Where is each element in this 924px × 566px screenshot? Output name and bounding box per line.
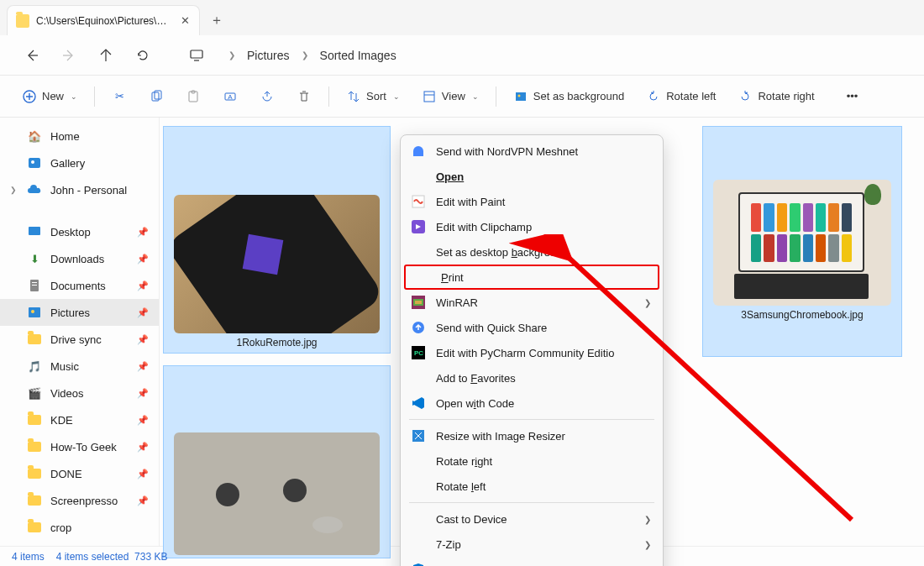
label: Print — [441, 271, 646, 284]
share-icon — [260, 89, 275, 104]
pin-icon: 📌 — [137, 442, 149, 453]
ctx-rotate-right[interactable]: Rotate right — [401, 448, 663, 474]
sidebar-item-music[interactable]: 🎵Music📌 — [0, 353, 159, 380]
active-tab[interactable]: C:\Users\Equinox\Pictures\Sor ✕ — [7, 5, 200, 35]
copy-button[interactable] — [140, 83, 172, 110]
ctx-7zip[interactable]: 7-Zip❯ — [401, 532, 663, 557]
forward-button[interactable] — [54, 40, 84, 71]
pin-icon: 📌 — [137, 361, 149, 372]
rename-button[interactable]: A — [214, 83, 246, 110]
label: Rotate left — [436, 480, 651, 493]
video-icon: 🎬 — [27, 385, 42, 401]
desktop-icon — [27, 224, 42, 239]
view-icon — [422, 89, 437, 104]
label: Edit with PyCharm Community Editio — [436, 347, 651, 359]
label: Send with Quick Share — [436, 322, 651, 334]
label: WinRAR — [436, 296, 634, 309]
sidebar-item-downloads[interactable]: ⬇Downloads📌 — [0, 245, 159, 272]
file-thumbnail-2[interactable] — [163, 365, 391, 558]
refresh-button[interactable] — [128, 40, 158, 71]
breadcrumb: ❯ Pictures ❯ Sorted Images — [228, 49, 396, 62]
ctx-vscode[interactable]: Open with Code — [401, 390, 663, 416]
delete-button[interactable] — [288, 83, 320, 110]
sidebar-item-done[interactable]: DONE📌 — [0, 460, 159, 487]
label: Documents — [50, 280, 106, 292]
ctx-resize[interactable]: Resize with Image Resizer — [401, 423, 663, 448]
pc-icon[interactable] — [181, 40, 212, 71]
label: Downloads — [50, 253, 104, 265]
sidebar: 🏠Home Gallery ❯John - Personal Desktop📌 … — [0, 118, 160, 546]
chevron-right-icon: ❯ — [228, 50, 235, 60]
label: John - Personal — [50, 184, 127, 197]
more-button[interactable]: ••• — [838, 83, 867, 110]
ctx-pycharm[interactable]: PCEdit with PyCharm Community Editio — [401, 340, 663, 365]
separator — [409, 502, 654, 503]
ctx-paint[interactable]: Edit with Paint — [401, 189, 663, 214]
back-button[interactable] — [17, 40, 47, 71]
rotate-right-icon — [738, 89, 753, 104]
ctx-defender[interactable]: Scan with Microsoft Defender... — [401, 557, 663, 566]
image-preview — [174, 432, 380, 555]
ctx-cast[interactable]: Cast to Device❯ — [401, 506, 663, 532]
rename-icon: A — [223, 89, 238, 104]
quickshare-icon — [411, 320, 426, 335]
chevron-right-icon: ❯ — [644, 298, 651, 307]
clipboard-icon — [186, 89, 201, 104]
close-icon[interactable]: ✕ — [179, 15, 191, 27]
label: Open — [436, 170, 651, 183]
rotate-right-button[interactable]: Rotate right — [729, 83, 822, 110]
sidebar-item-kde[interactable]: KDE📌 — [0, 406, 159, 433]
ctx-set-background[interactable]: Set as desktop background — [401, 239, 663, 265]
ctx-print[interactable]: Print — [404, 265, 659, 290]
set-background-button[interactable]: Set as background — [505, 83, 633, 110]
pin-icon: 📌 — [137, 280, 149, 291]
sidebar-item-onedrive[interactable]: ❯John - Personal — [0, 176, 159, 203]
rotr-label: Rotate right — [758, 90, 814, 102]
rotate-left-button[interactable]: Rotate left — [638, 83, 724, 110]
file-thumbnail-roku[interactable]: 1RokuRemote.jpg — [163, 126, 391, 354]
sidebar-item-desktop[interactable]: Desktop📌 — [0, 218, 159, 245]
sort-label: Sort — [366, 90, 386, 102]
crumb-pictures[interactable]: Pictures — [247, 49, 290, 62]
folder-icon — [27, 466, 42, 481]
label: How-To Geek — [50, 441, 117, 453]
new-button[interactable]: New⌄ — [13, 83, 86, 110]
view-button[interactable]: View⌄ — [413, 83, 487, 110]
sidebar-item-drivesync[interactable]: Drive sync📌 — [0, 326, 159, 353]
ctx-open[interactable]: Open — [401, 164, 663, 189]
sidebar-item-videos[interactable]: 🎬Videos📌 — [0, 380, 159, 406]
ctx-clipchamp[interactable]: Edit with Clipchamp — [401, 214, 663, 239]
sidebar-item-screenpresso[interactable]: Screenpresso📌 — [0, 487, 159, 514]
shield-icon — [411, 562, 426, 566]
ctx-winrar[interactable]: WinRAR❯ — [401, 290, 663, 315]
file-thumbnail-samsung[interactable]: 3SamsungChromebook.jpg — [702, 126, 902, 357]
sidebar-item-crop[interactable]: crop — [0, 514, 159, 541]
ctx-nordvpn[interactable]: Send with NordVPN Meshnet — [401, 139, 663, 164]
rotl-label: Rotate left — [666, 90, 716, 102]
share-button[interactable] — [251, 83, 283, 110]
sidebar-item-home[interactable]: 🏠Home — [0, 123, 159, 149]
sidebar-item-htg[interactable]: How-To Geek📌 — [0, 433, 159, 460]
svg-text:PC: PC — [414, 349, 423, 357]
label: Gallery — [50, 157, 85, 170]
nordvpn-icon — [411, 144, 426, 159]
sidebar-item-pictures[interactable]: Pictures📌 — [0, 299, 159, 326]
ctx-rotate-left[interactable]: Rotate left — [401, 474, 663, 499]
pycharm-icon: PC — [411, 345, 426, 360]
pin-icon: 📌 — [137, 227, 149, 238]
sidebar-item-documents[interactable]: Documents📌 — [0, 272, 159, 299]
sidebar-item-gallery[interactable]: Gallery — [0, 149, 159, 176]
pin-icon: 📌 — [137, 334, 149, 345]
sort-icon — [346, 89, 361, 104]
new-tab-button[interactable]: ＋ — [200, 5, 234, 35]
folder-icon — [27, 412, 42, 427]
crumb-sorted[interactable]: Sorted Images — [320, 49, 396, 62]
cut-button[interactable]: ✂ — [103, 83, 135, 110]
up-button[interactable] — [91, 40, 121, 71]
cloud-icon — [27, 182, 42, 197]
sort-button[interactable]: Sort⌄ — [338, 83, 408, 110]
chevron-down-icon: ⌄ — [393, 92, 400, 101]
ctx-quickshare[interactable]: Send with Quick Share — [401, 315, 663, 340]
ctx-favorites[interactable]: Add to Favorites — [401, 365, 663, 390]
paste-button[interactable] — [177, 83, 209, 110]
